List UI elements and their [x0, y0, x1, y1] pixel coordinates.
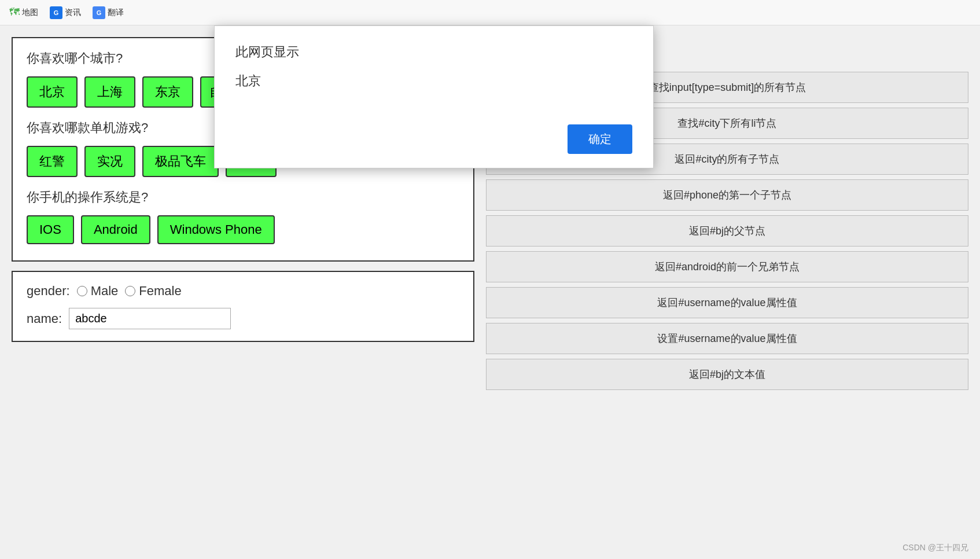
- right-btn-7[interactable]: 设置#username的value属性值: [486, 323, 968, 354]
- nav-translate-label: 翻译: [108, 8, 124, 18]
- game-btn-jipin[interactable]: 极品飞车: [142, 146, 219, 177]
- os-btn-ios[interactable]: IOS: [27, 215, 74, 244]
- game-btn-shikuang[interactable]: 实况: [84, 146, 135, 177]
- dialog-message: 北京: [235, 72, 632, 90]
- nav-map[interactable]: 🗺 地图: [9, 6, 38, 19]
- name-row: name:: [27, 308, 459, 329]
- translate-icon: G: [93, 6, 105, 19]
- nav-news[interactable]: G 资讯: [50, 6, 81, 19]
- dialog-box: 此网页显示 北京 确定: [214, 25, 654, 168]
- city-btn-beijing[interactable]: 北京: [27, 76, 78, 108]
- nav-map-label: 地图: [22, 8, 38, 18]
- dialog-confirm-btn[interactable]: 确定: [568, 124, 632, 154]
- right-btn-3[interactable]: 返回#phone的第一个子节点: [486, 179, 968, 211]
- city-btn-shanghai[interactable]: 上海: [84, 76, 135, 108]
- gender-row: gender: Male Female: [27, 284, 459, 299]
- right-btn-5[interactable]: 返回#android的前一个兄弟节点: [486, 251, 968, 282]
- news-icon: G: [50, 6, 62, 19]
- gender-female-label[interactable]: Female: [125, 284, 181, 299]
- right-btn-4[interactable]: 返回#bj的父节点: [486, 215, 968, 247]
- game-btn-redjj[interactable]: 红警: [27, 146, 78, 177]
- watermark: CSDN @王十四兄: [902, 543, 968, 553]
- gender-male-radio[interactable]: [77, 286, 87, 296]
- name-input[interactable]: [69, 308, 231, 329]
- map-icon: 🗺: [9, 6, 20, 19]
- os-btn-android[interactable]: Android: [81, 215, 150, 244]
- nav-translate[interactable]: G 翻译: [93, 6, 124, 19]
- name-label: name:: [27, 311, 62, 326]
- nav-news-label: 资讯: [65, 8, 81, 18]
- nav-bar: 🗺 地图 G 资讯 G 翻译: [0, 0, 980, 25]
- city-btn-tokyo[interactable]: 东京: [142, 76, 193, 108]
- dialog-title: 此网页显示: [235, 43, 632, 61]
- os-buttons: IOS Android Windows Phone: [27, 215, 459, 244]
- right-btn-6[interactable]: 返回#username的value属性值: [486, 287, 968, 318]
- gender-male-label[interactable]: Male: [77, 284, 119, 299]
- question-os: 你手机的操作系统是?: [27, 189, 459, 206]
- form-box-2: gender: Male Female name:: [12, 271, 474, 342]
- os-btn-wp[interactable]: Windows Phone: [157, 215, 275, 244]
- gender-label: gender:: [27, 284, 70, 299]
- dialog-footer: 确定: [235, 124, 632, 154]
- right-btn-8[interactable]: 返回#bj的文本值: [486, 359, 968, 390]
- gender-female-radio[interactable]: [125, 286, 135, 296]
